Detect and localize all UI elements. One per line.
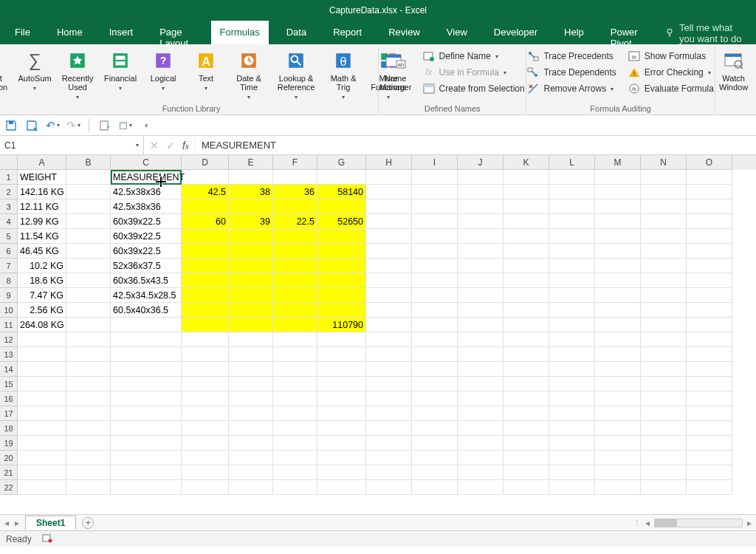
- row-header-4[interactable]: 4: [0, 214, 18, 229]
- cell-K8[interactable]: [504, 273, 549, 288]
- cell-H4[interactable]: [366, 214, 412, 229]
- cell-C20[interactable]: [111, 451, 182, 465]
- cell-H20[interactable]: [366, 451, 412, 465]
- select-all-corner[interactable]: [0, 155, 18, 170]
- cell-H8[interactable]: [366, 273, 412, 288]
- row-header-10[interactable]: 10: [0, 303, 18, 318]
- cell-O22[interactable]: [687, 480, 732, 495]
- create-from-selection-button[interactable]: Create from Selection: [420, 81, 528, 96]
- cell-G14[interactable]: [317, 362, 366, 377]
- cell-K9[interactable]: [504, 288, 549, 303]
- insert-function-button[interactable]: fx Insert Function: [0, 47, 10, 93]
- col-header-K[interactable]: K: [504, 155, 549, 170]
- cell-E8[interactable]: [229, 273, 273, 288]
- cell-E7[interactable]: [229, 259, 273, 273]
- cell-F15[interactable]: [273, 377, 317, 391]
- col-header-F[interactable]: F: [273, 155, 317, 170]
- cell-C5[interactable]: 60x39x22.5: [111, 229, 182, 244]
- cell-B11[interactable]: [66, 318, 111, 332]
- cell-C22[interactable]: [111, 480, 182, 495]
- cell-M2[interactable]: [595, 185, 641, 199]
- cell-E12[interactable]: [229, 332, 273, 347]
- row-header-18[interactable]: 18: [0, 421, 18, 436]
- col-header-N[interactable]: N: [641, 155, 687, 170]
- cell-K4[interactable]: [504, 214, 549, 229]
- cell-J20[interactable]: [458, 451, 504, 465]
- cell-H3[interactable]: [366, 199, 412, 214]
- cell-H21[interactable]: [366, 465, 412, 480]
- cell-L7[interactable]: [549, 259, 595, 273]
- cell-F4[interactable]: 22.5: [273, 214, 317, 229]
- error-checking-button[interactable]: ! Error Checking ▾: [625, 65, 717, 80]
- cell-B5[interactable]: [66, 229, 111, 244]
- cell-K1[interactable]: [504, 170, 549, 185]
- cell-A22[interactable]: [18, 480, 66, 495]
- cell-O13[interactable]: [687, 347, 732, 362]
- cell-B2[interactable]: [66, 185, 111, 199]
- cell-L10[interactable]: [549, 303, 595, 318]
- cell-J5[interactable]: [458, 229, 504, 244]
- use-in-formula-button[interactable]: fx Use in Formula ▾: [420, 65, 528, 80]
- cell-O2[interactable]: [687, 185, 732, 199]
- cell-C9[interactable]: 42.5x34.5x28.5: [111, 288, 182, 303]
- cell-M19[interactable]: [595, 436, 641, 451]
- properties-icon[interactable]: ▾: [119, 119, 132, 132]
- cell-B8[interactable]: [66, 273, 111, 288]
- cell-N1[interactable]: [641, 170, 687, 185]
- cell-G7[interactable]: [317, 259, 366, 273]
- cell-M8[interactable]: [595, 273, 641, 288]
- cell-F18[interactable]: [273, 421, 317, 436]
- cell-D10[interactable]: [182, 303, 229, 318]
- cell-M3[interactable]: [595, 199, 641, 214]
- cell-D4[interactable]: 60: [182, 214, 229, 229]
- undo-button[interactable]: ↶▾: [46, 119, 59, 132]
- cell-C12[interactable]: [111, 332, 182, 347]
- cell-M18[interactable]: [595, 421, 641, 436]
- logical-button[interactable]: ? Logical▾: [145, 47, 182, 93]
- cell-N19[interactable]: [641, 436, 687, 451]
- cell-G4[interactable]: 52650: [317, 214, 366, 229]
- cell-G21[interactable]: [317, 465, 366, 480]
- column-headers[interactable]: ABCDEFGHIJKLMNO: [18, 155, 756, 170]
- cell-O5[interactable]: [687, 229, 732, 244]
- cell-O16[interactable]: [687, 391, 732, 406]
- cell-A15[interactable]: [18, 377, 66, 391]
- cell-N4[interactable]: [641, 214, 687, 229]
- cell-O7[interactable]: [687, 259, 732, 273]
- cell-M1[interactable]: [595, 170, 641, 185]
- cell-H1[interactable]: [366, 170, 412, 185]
- tab-page-layout[interactable]: Page Layout: [151, 21, 202, 44]
- cell-B21[interactable]: [66, 465, 111, 480]
- cell-O20[interactable]: [687, 451, 732, 465]
- cell-A4[interactable]: 12.99 KG: [18, 214, 66, 229]
- row-header-2[interactable]: 2: [0, 185, 18, 199]
- cell-O4[interactable]: [687, 214, 732, 229]
- cell-E4[interactable]: 39: [229, 214, 273, 229]
- cell-A2[interactable]: 142.16 KG: [18, 185, 66, 199]
- cell-F19[interactable]: [273, 436, 317, 451]
- tab-formulas[interactable]: Formulas: [211, 21, 269, 44]
- cell-F16[interactable]: [273, 391, 317, 406]
- cell-J2[interactable]: [458, 185, 504, 199]
- cell-B6[interactable]: [66, 244, 111, 259]
- cell-L2[interactable]: [549, 185, 595, 199]
- cell-C15[interactable]: [111, 377, 182, 391]
- cell-I18[interactable]: [412, 421, 458, 436]
- cell-G5[interactable]: [317, 229, 366, 244]
- cell-D9[interactable]: [182, 288, 229, 303]
- cell-N22[interactable]: [641, 480, 687, 495]
- cell-K6[interactable]: [504, 244, 549, 259]
- cell-E11[interactable]: [229, 318, 273, 332]
- cell-D18[interactable]: [182, 421, 229, 436]
- col-header-G[interactable]: G: [317, 155, 366, 170]
- cell-J16[interactable]: [458, 391, 504, 406]
- cell-L14[interactable]: [549, 362, 595, 377]
- cell-H6[interactable]: [366, 244, 412, 259]
- cell-A18[interactable]: [18, 421, 66, 436]
- cell-C3[interactable]: 42.5x38x36: [111, 199, 182, 214]
- cell-I11[interactable]: [412, 318, 458, 332]
- cell-J4[interactable]: [458, 214, 504, 229]
- cell-N9[interactable]: [641, 288, 687, 303]
- cell-H17[interactable]: [366, 406, 412, 421]
- cell-H15[interactable]: [366, 377, 412, 391]
